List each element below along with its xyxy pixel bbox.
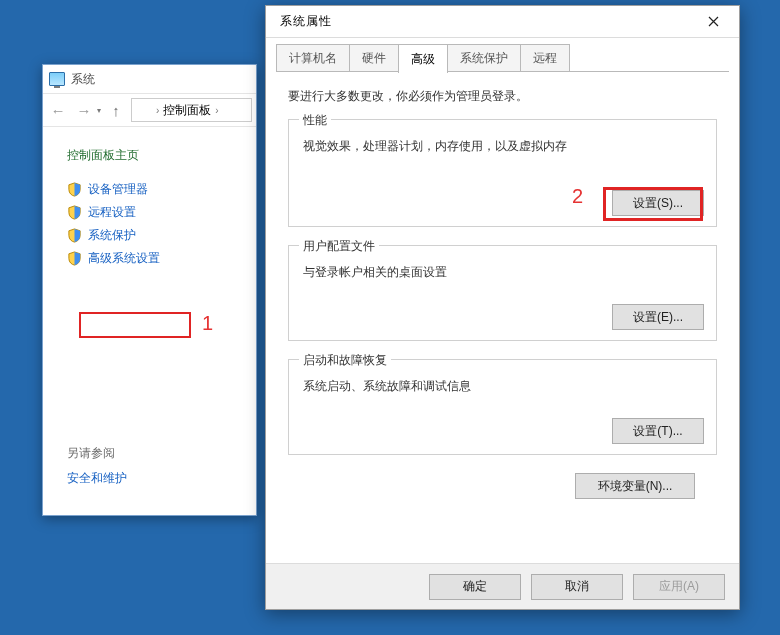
sidebar-item-label: 高级系统设置 [88,250,160,267]
window-title: 系统 [71,71,95,88]
tab-remote[interactable]: 远程 [520,44,570,72]
shield-icon [67,205,82,221]
system-icon [49,72,65,86]
ok-button[interactable]: 确定 [429,574,521,600]
group-legend: 启动和故障恢复 [299,352,391,369]
group-startup-recovery: 启动和故障恢复 系统启动、系统故障和调试信息 设置(T)... [288,359,717,455]
up-button[interactable]: ↑ [105,99,127,121]
back-button[interactable]: ← [47,99,69,121]
sidebar-item-remote-settings[interactable]: 远程设置 [67,201,242,224]
system-properties-dialog: 系统属性 计算机名 硬件 高级 系统保护 远程 要进行大多数更改，你必须作为管理… [265,5,740,610]
env-vars-row: 环境变量(N)... [288,473,717,511]
dialog-title: 系统属性 [280,13,332,30]
group-description: 视觉效果，处理器计划，内存使用，以及虚拟内存 [303,138,702,155]
group-user-profiles: 用户配置文件 与登录帐户相关的桌面设置 设置(E)... [288,245,717,341]
window-titlebar: 系统 [43,65,256,93]
sidebar-item-system-protection[interactable]: 系统保护 [67,224,242,247]
close-icon [708,16,719,27]
sidebar: 控制面板主页 设备管理器 远程设置 系统保护 [43,127,256,280]
history-dropdown-icon[interactable]: ▾ [97,106,101,115]
startup-settings-button[interactable]: 设置(T)... [612,418,704,444]
performance-settings-button[interactable]: 设置(S)... [612,190,704,216]
dialog-titlebar: 系统属性 [266,6,739,38]
tab-computer-name[interactable]: 计算机名 [276,44,350,72]
chevron-right-icon: › [156,105,159,116]
profiles-settings-button[interactable]: 设置(E)... [612,304,704,330]
system-icon [136,104,152,117]
cancel-button[interactable]: 取消 [531,574,623,600]
breadcrumb-item[interactable]: 控制面板 [163,102,211,119]
sidebar-heading[interactable]: 控制面板主页 [67,147,242,164]
address-bar[interactable]: › 控制面板 › [131,98,252,122]
see-also-section: 另请参阅 安全和维护 [67,445,127,487]
group-legend: 性能 [299,112,331,129]
sidebar-item-label: 系统保护 [88,227,136,244]
shield-icon [67,251,82,267]
forward-button[interactable]: → [73,99,95,121]
sidebar-item-label: 设备管理器 [88,181,148,198]
explorer-toolbar: ← → ▾ ↑ › 控制面板 › [43,93,256,127]
tab-system-protection[interactable]: 系统保护 [447,44,521,72]
group-legend: 用户配置文件 [299,238,379,255]
see-also-heading: 另请参阅 [67,445,127,462]
dialog-footer: 确定 取消 应用(A) [266,563,739,609]
tab-hardware[interactable]: 硬件 [349,44,399,72]
group-performance: 性能 视觉效果，处理器计划，内存使用，以及虚拟内存 设置(S)... [288,119,717,227]
env-vars-button[interactable]: 环境变量(N)... [575,473,695,499]
apply-button[interactable]: 应用(A) [633,574,725,600]
control-panel-window: 系统 ← → ▾ ↑ › 控制面板 › 控制面板主页 设备管理器 [42,64,257,516]
tab-advanced[interactable]: 高级 [398,44,448,73]
shield-icon [67,228,82,244]
group-description: 与登录帐户相关的桌面设置 [303,264,702,281]
sidebar-list: 设备管理器 远程设置 系统保护 高级系统设置 [67,178,242,270]
sidebar-item-device-manager[interactable]: 设备管理器 [67,178,242,201]
close-button[interactable] [693,10,733,34]
tab-strip: 计算机名 硬件 高级 系统保护 远程 [266,38,739,72]
group-description: 系统启动、系统故障和调试信息 [303,378,702,395]
chevron-right-icon: › [215,105,218,116]
sidebar-item-label: 远程设置 [88,204,136,221]
see-also-item[interactable]: 安全和维护 [67,470,127,487]
admin-notice: 要进行大多数更改，你必须作为管理员登录。 [288,88,717,105]
shield-icon [67,182,82,198]
sidebar-item-advanced-system-settings[interactable]: 高级系统设置 [67,247,242,270]
dialog-body: 要进行大多数更改，你必须作为管理员登录。 性能 视觉效果，处理器计划，内存使用，… [266,72,739,511]
